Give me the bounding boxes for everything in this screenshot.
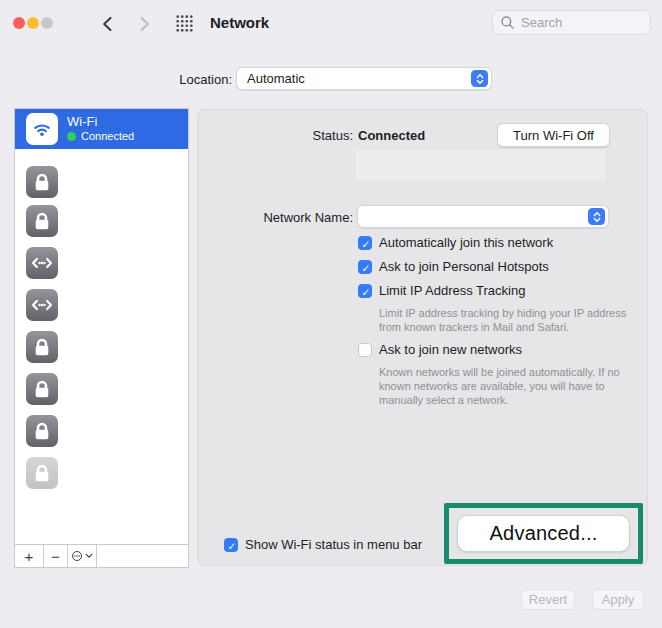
location-dropdown[interactable]: Automatic (236, 67, 492, 90)
apply-button: Apply (592, 589, 644, 610)
page-title: Network (210, 14, 269, 31)
sidebar-item-service[interactable] (15, 410, 188, 452)
checkbox-label: Limit IP Address Tracking (379, 283, 525, 298)
ethernet-icon (26, 289, 58, 321)
titlebar: Network Search (0, 0, 662, 48)
minimize-icon[interactable] (27, 17, 39, 29)
remove-service-button[interactable]: − (44, 545, 68, 567)
zoom-icon[interactable] (41, 17, 53, 29)
checkbox[interactable] (358, 260, 372, 274)
status-value: Connected (358, 128, 425, 143)
checkbox-label: Ask to join new networks (379, 342, 522, 357)
advanced-highlight-annotation: Advanced... (444, 503, 643, 564)
network-name-dropdown[interactable] (357, 205, 609, 228)
checkbox[interactable] (358, 284, 372, 298)
checkbox-label: Automatically join this network (379, 235, 553, 250)
sidebar-item-service[interactable] (15, 368, 188, 410)
wifi-icon (26, 113, 58, 145)
redacted-connection-info (356, 150, 606, 181)
services-list: Wi-Fi Connected (15, 109, 188, 545)
location-label: Location: (110, 72, 232, 87)
checkbox-row-show-wifi-status[interactable]: Show Wi-Fi status in menu bar (224, 537, 422, 552)
lock-icon (26, 166, 58, 198)
more-options-button[interactable] (68, 545, 97, 567)
lock-icon (26, 457, 58, 489)
lock-icon (26, 415, 58, 447)
advanced-button[interactable]: Advanced... (457, 515, 630, 552)
dropdown-stepper-icon (588, 208, 605, 225)
sidebar-item-service[interactable] (15, 161, 188, 203)
checkbox[interactable] (224, 538, 238, 552)
show-all-grid-icon[interactable] (175, 14, 194, 33)
limit-ip-helper-text: Limit IP address tracking by hiding your… (379, 306, 637, 334)
search-input[interactable]: Search (492, 10, 651, 35)
network-name-label: Network Name: (233, 210, 353, 225)
search-placeholder: Search (521, 15, 562, 30)
sidebar-toolbar: + − (15, 544, 188, 567)
known-networks-helper-text: Known networks will be joined automatica… (379, 365, 651, 407)
sidebar-item-service[interactable] (15, 452, 188, 494)
checkbox[interactable] (358, 236, 372, 250)
search-icon (500, 15, 515, 30)
connection-status: Connected (67, 130, 134, 142)
ethernet-icon (26, 247, 58, 279)
network-preferences-window: Network Search Location: Automatic Wi-Fi (0, 0, 662, 628)
more-options-icon (71, 550, 83, 562)
sidebar-item-service[interactable] (15, 242, 188, 284)
checkbox[interactable] (358, 343, 372, 357)
dropdown-stepper-icon (471, 70, 488, 87)
sidebar-item-label: Wi-Fi (67, 114, 97, 129)
checkbox-row-auto-join[interactable]: Automatically join this network (358, 235, 553, 250)
add-service-button[interactable]: + (15, 545, 44, 567)
sidebar-item-service[interactable] (15, 284, 188, 326)
lock-icon (26, 205, 58, 237)
checkbox-label: Show Wi-Fi status in menu bar (245, 537, 422, 552)
forward-chevron-icon (135, 15, 153, 33)
wifi-settings-panel: Status: Connected Turn Wi-Fi Off Network… (197, 109, 648, 566)
chevron-down-icon (85, 552, 93, 560)
lock-icon (26, 373, 58, 405)
lock-icon (26, 331, 58, 363)
close-icon[interactable] (13, 17, 25, 29)
sidebar-item-service[interactable] (15, 200, 188, 242)
checkbox-row-personal-hotspots[interactable]: Ask to join Personal Hotspots (358, 259, 549, 274)
status-dot-icon (67, 132, 76, 141)
services-sidebar: Wi-Fi Connected (14, 108, 189, 568)
status-label: Status: (233, 128, 353, 143)
checkbox-row-ask-join-new[interactable]: Ask to join new networks (358, 342, 522, 357)
turn-wifi-off-button[interactable]: Turn Wi-Fi Off (497, 123, 610, 147)
checkbox-label: Ask to join Personal Hotspots (379, 259, 549, 274)
location-value: Automatic (247, 71, 305, 86)
checkbox-row-limit-ip[interactable]: Limit IP Address Tracking (358, 283, 525, 298)
back-chevron-icon[interactable] (99, 15, 117, 33)
revert-button: Revert (521, 589, 575, 610)
sidebar-item-service[interactable] (15, 326, 188, 368)
sidebar-item-wifi[interactable]: Wi-Fi Connected (15, 109, 188, 149)
